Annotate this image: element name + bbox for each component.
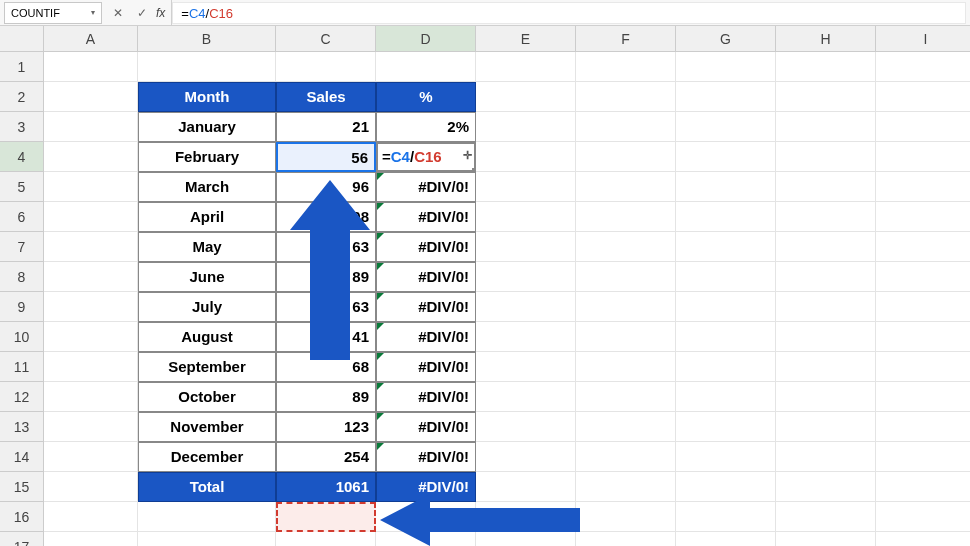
- empty-cell[interactable]: [576, 412, 676, 442]
- table-header-cell[interactable]: Sales: [276, 82, 376, 112]
- pct-cell[interactable]: #DIV/0!: [376, 262, 476, 292]
- empty-cell[interactable]: [676, 382, 776, 412]
- confirm-edit-button[interactable]: ✓: [130, 6, 154, 20]
- empty-cell[interactable]: [138, 532, 276, 546]
- empty-cell[interactable]: [876, 532, 970, 546]
- empty-cell[interactable]: [776, 502, 876, 532]
- empty-cell[interactable]: [576, 292, 676, 322]
- empty-cell[interactable]: [376, 532, 476, 546]
- col-header-H[interactable]: H: [776, 26, 876, 52]
- row-header-1[interactable]: 1: [0, 52, 44, 82]
- row-header-14[interactable]: 14: [0, 442, 44, 472]
- empty-cell[interactable]: [776, 142, 876, 172]
- empty-cell[interactable]: [876, 82, 970, 112]
- row-header-17[interactable]: 17: [0, 532, 44, 546]
- empty-cell[interactable]: [44, 502, 138, 532]
- empty-cell[interactable]: [276, 532, 376, 546]
- month-cell[interactable]: August: [138, 322, 276, 352]
- empty-cell[interactable]: [776, 412, 876, 442]
- col-header-A[interactable]: A: [44, 26, 138, 52]
- empty-cell[interactable]: [44, 202, 138, 232]
- select-all-corner[interactable]: [0, 26, 44, 52]
- row-header-16[interactable]: 16: [0, 502, 44, 532]
- empty-cell[interactable]: [44, 112, 138, 142]
- empty-cell[interactable]: [576, 502, 676, 532]
- row-header-6[interactable]: 6: [0, 202, 44, 232]
- month-cell[interactable]: December: [138, 442, 276, 472]
- table-header-cell[interactable]: %: [376, 82, 476, 112]
- empty-cell[interactable]: [476, 292, 576, 322]
- empty-cell[interactable]: [676, 232, 776, 262]
- empty-cell[interactable]: [676, 322, 776, 352]
- empty-cell[interactable]: [676, 202, 776, 232]
- empty-cell[interactable]: [44, 532, 138, 546]
- col-header-D[interactable]: D: [376, 26, 476, 52]
- row-header-3[interactable]: 3: [0, 112, 44, 142]
- month-cell[interactable]: April: [138, 202, 276, 232]
- empty-cell[interactable]: [776, 52, 876, 82]
- empty-cell[interactable]: [476, 82, 576, 112]
- row-header-5[interactable]: 5: [0, 172, 44, 202]
- empty-cell[interactable]: [776, 532, 876, 546]
- empty-cell[interactable]: [776, 382, 876, 412]
- row-header-10[interactable]: 10: [0, 322, 44, 352]
- month-cell[interactable]: February: [138, 142, 276, 172]
- pct-cell[interactable]: #DIV/0!: [376, 322, 476, 352]
- empty-cell[interactable]: [776, 322, 876, 352]
- row-header-13[interactable]: 13: [0, 412, 44, 442]
- total-cell[interactable]: #DIV/0!: [376, 472, 476, 502]
- empty-cell[interactable]: [576, 82, 676, 112]
- sales-cell[interactable]: 89: [276, 382, 376, 412]
- month-cell[interactable]: September: [138, 352, 276, 382]
- empty-cell[interactable]: [576, 172, 676, 202]
- empty-cell[interactable]: [44, 382, 138, 412]
- empty-cell[interactable]: [576, 112, 676, 142]
- empty-cell[interactable]: [476, 232, 576, 262]
- empty-cell[interactable]: [576, 232, 676, 262]
- empty-cell[interactable]: [44, 352, 138, 382]
- empty-cell[interactable]: [44, 262, 138, 292]
- empty-cell[interactable]: [44, 412, 138, 442]
- empty-cell[interactable]: [776, 112, 876, 142]
- empty-cell[interactable]: [476, 382, 576, 412]
- empty-cell[interactable]: [876, 442, 970, 472]
- empty-cell[interactable]: [44, 52, 138, 82]
- empty-cell[interactable]: [676, 502, 776, 532]
- name-box[interactable]: COUNTIF ▾: [4, 2, 102, 24]
- empty-cell[interactable]: [876, 172, 970, 202]
- col-header-I[interactable]: I: [876, 26, 970, 52]
- empty-cell[interactable]: [776, 262, 876, 292]
- col-header-F[interactable]: F: [576, 26, 676, 52]
- pct-cell[interactable]: #DIV/0!: [376, 382, 476, 412]
- empty-cell[interactable]: [476, 112, 576, 142]
- empty-cell[interactable]: [44, 472, 138, 502]
- empty-cell[interactable]: [676, 442, 776, 472]
- row-header-15[interactable]: 15: [0, 472, 44, 502]
- empty-cell[interactable]: [776, 352, 876, 382]
- empty-cell[interactable]: [476, 262, 576, 292]
- row-header-2[interactable]: 2: [0, 82, 44, 112]
- empty-cell[interactable]: [876, 292, 970, 322]
- col-header-C[interactable]: C: [276, 26, 376, 52]
- total-cell[interactable]: 1061: [276, 472, 376, 502]
- empty-cell[interactable]: [476, 502, 576, 532]
- sales-cell[interactable]: 63: [276, 232, 376, 262]
- table-header-cell[interactable]: Month: [138, 82, 276, 112]
- empty-cell[interactable]: [876, 52, 970, 82]
- empty-cell[interactable]: [44, 82, 138, 112]
- row-header-11[interactable]: 11: [0, 352, 44, 382]
- empty-cell[interactable]: [876, 472, 970, 502]
- pct-cell[interactable]: #DIV/0!: [376, 172, 476, 202]
- cancel-edit-button[interactable]: ✕: [106, 6, 130, 20]
- sales-cell[interactable]: 63: [276, 292, 376, 322]
- month-cell[interactable]: July: [138, 292, 276, 322]
- empty-cell[interactable]: [576, 142, 676, 172]
- sales-cell[interactable]: 41: [276, 322, 376, 352]
- empty-cell[interactable]: [776, 172, 876, 202]
- empty-cell[interactable]: [476, 352, 576, 382]
- empty-cell[interactable]: [676, 142, 776, 172]
- cells-area[interactable]: MonthSales%January212%February56=C4/C16✛…: [44, 52, 970, 546]
- empty-cell[interactable]: [476, 322, 576, 352]
- empty-cell[interactable]: [676, 172, 776, 202]
- pct-cell[interactable]: #DIV/0!: [376, 352, 476, 382]
